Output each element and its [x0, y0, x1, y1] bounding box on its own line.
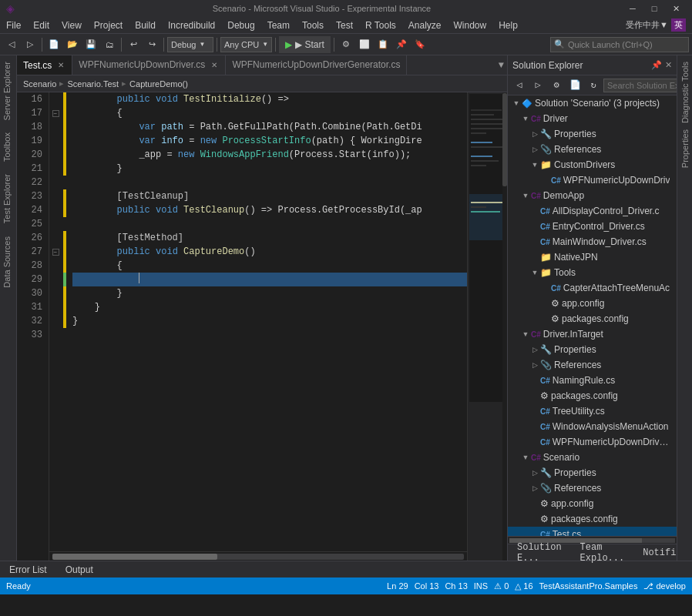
sol-close-icon[interactable]: ✕ [665, 60, 672, 70]
expand-driver[interactable]: ▼ [520, 115, 531, 122]
expand-customdrivers[interactable]: ▼ [529, 161, 540, 169]
tree-tools[interactable]: ▼ 📁 Tools [508, 265, 677, 280]
menu-incredibuild[interactable]: Incredibuild [162, 17, 221, 33]
tree-scenario[interactable]: ▼ C# Scenario [508, 450, 677, 465]
expand-driver-intarget[interactable]: ▼ [520, 330, 531, 338]
expand-demoapp[interactable]: ▼ [520, 192, 531, 199]
code-lines[interactable]: public void TestInitialize() => { var pa… [66, 92, 467, 551]
platform-dropdown[interactable]: Any CPU ▼ [220, 37, 272, 52]
menu-help[interactable]: Help [492, 17, 524, 33]
tree-testcs[interactable]: C# Test.cs [508, 527, 677, 536]
menu-test[interactable]: Test [330, 17, 359, 33]
expand-driver-props[interactable]: ▷ [529, 130, 540, 138]
toolbar-undo[interactable]: ↩ [125, 36, 142, 53]
tree-nativejpn[interactable]: 📁 NativeJPN [508, 249, 677, 265]
toolbar-back[interactable]: ◁ [3, 36, 20, 53]
debug-mode-dropdown[interactable]: Debug ▼ [167, 37, 213, 52]
toolbar-new[interactable]: 📄 [45, 36, 62, 53]
sidebar-server-explorer[interactable]: Server Explorer [0, 55, 16, 126]
sidebar-data-sources[interactable]: Data Sources [0, 230, 16, 294]
expand-tools[interactable]: ▼ [529, 269, 540, 276]
breadcrumb-part-2[interactable]: Scenario.Test [67, 79, 119, 89]
tab-wpf-gen[interactable]: WPFNumericUpDownDriverGenerator.cs [226, 55, 407, 75]
tree-driver-refs[interactable]: ▷ 📎 References [508, 142, 677, 157]
sol-back[interactable]: ◁ [511, 77, 528, 94]
menu-edit[interactable]: Edit [27, 17, 55, 33]
toolbar-open[interactable]: 📂 [64, 36, 81, 53]
menu-debug[interactable]: Debug [221, 17, 260, 33]
expand-solution[interactable]: ▼ [511, 99, 522, 107]
menu-team[interactable]: Team [261, 17, 296, 33]
breadcrumb-part-3[interactable]: CaptureDemo() [129, 79, 188, 89]
menu-rtools[interactable]: R Tools [359, 17, 402, 33]
tree-mainwindow[interactable]: C# MainWindow_Driver.cs [508, 234, 677, 249]
tree-driver[interactable]: ▼ C# Driver [508, 111, 677, 126]
sol-forward[interactable]: ▷ [529, 77, 546, 94]
tab-test-cs[interactable]: Test.cs ✕ [17, 55, 72, 75]
toolbar-misc4[interactable]: 📌 [393, 36, 410, 53]
toolbar-redo[interactable]: ↪ [143, 36, 160, 53]
sol-pin-icon[interactable]: 📌 [651, 60, 662, 70]
tree-driver-props[interactable]: ▷ 🔧 Properties [508, 126, 677, 142]
tree-scenario-packages[interactable]: ⚙ packages.config [508, 511, 677, 527]
tree-scenario-refs[interactable]: ▷ 📎 References [508, 480, 677, 496]
sidebar-toolbox[interactable]: Toolbox [0, 126, 16, 168]
toolbar-misc1[interactable]: ⚙ [338, 36, 354, 53]
toolbar-misc3[interactable]: 📋 [375, 36, 391, 53]
tree-packages-2[interactable]: ⚙ packages.config [508, 388, 677, 403]
expand-scenario[interactable]: ▼ [520, 454, 531, 461]
tree-entry[interactable]: C# EntryControl_Driver.cs [508, 219, 677, 234]
toolbar-misc5[interactable]: 🔖 [412, 36, 428, 53]
breadcrumb-part-1[interactable]: Scenario [23, 79, 56, 89]
sidebar-test-explorer[interactable]: Test Explorer [0, 168, 16, 229]
sol-refresh[interactable]: ↻ [585, 77, 602, 94]
menu-view[interactable]: View [55, 17, 88, 33]
tree-solution[interactable]: ▼ 🔷 Solution 'Scenario' (3 projects) [508, 95, 677, 111]
menu-file[interactable]: File [0, 17, 27, 33]
tree-demoapp[interactable]: ▼ C# DemoApp [508, 188, 677, 203]
diag-tools-tab[interactable]: Diagnostic Tools [679, 59, 691, 126]
error-list-tab[interactable]: Error List [0, 561, 56, 578]
menu-project[interactable]: Project [88, 17, 129, 33]
expand-16[interactable]: − [52, 110, 59, 117]
tree-wpf-numeric[interactable]: C# WPFNumericUpDownDriverC [508, 434, 677, 450]
menu-tools[interactable]: Tools [296, 17, 330, 33]
output-tab[interactable]: Output [56, 561, 102, 578]
tree-scenario-appconfig[interactable]: ⚙ app.config [508, 496, 677, 511]
tree-dit-refs[interactable]: ▷ 📎 References [508, 357, 677, 373]
tab-wpf-driver[interactable]: WPFNumericUpDownDriver.cs ✕ [72, 55, 226, 75]
menu-analyze[interactable]: Analyze [402, 17, 448, 33]
minimize-button[interactable]: ─ [623, 0, 643, 17]
tree-app-config-1[interactable]: ⚙ app.config [508, 296, 677, 311]
tree-view[interactable]: ▼ 🔷 Solution 'Scenario' (3 projects) ▼ C… [508, 95, 677, 536]
tree-scenario-props[interactable]: ▷ 🔧 Properties [508, 465, 677, 480]
menu-build[interactable]: Build [129, 17, 162, 33]
properties-tab[interactable]: Properties [679, 126, 691, 171]
toolbar-save[interactable]: 💾 [82, 36, 99, 53]
tree-wpf-driver-file[interactable]: C# WPFNumericUpDownDriv [508, 172, 677, 188]
sol-bottom-tab-1[interactable]: Solution E... [508, 544, 571, 561]
expand-27[interactable]: − [52, 249, 59, 256]
toolbar-misc2[interactable]: ⬜ [356, 36, 373, 53]
sol-properties[interactable]: ⚙ [548, 77, 565, 94]
sol-bottom-tab-2[interactable]: Team Explo... [571, 544, 634, 561]
tree-dit-props[interactable]: ▷ 🔧 Properties [508, 342, 677, 357]
tab-overflow[interactable]: ▼ [495, 60, 507, 71]
tree-naming[interactable]: C# NamingRule.cs [508, 373, 677, 388]
toolbar-save-all[interactable]: 🗂 [101, 36, 118, 53]
start-button[interactable]: ▶ ▶ Start [279, 36, 331, 53]
tree-treeutility[interactable]: C# TreeUtility.cs [508, 403, 677, 419]
tab-wpf-driver-close[interactable]: ✕ [210, 60, 219, 70]
tree-driver-intarget[interactable]: ▼ C# Driver.InTarget [508, 326, 677, 342]
maximize-button[interactable]: □ [644, 0, 664, 17]
close-button[interactable]: ✕ [666, 0, 686, 17]
menu-window[interactable]: Window [448, 17, 493, 33]
tree-customdrivers[interactable]: ▼ 📁 CustomDrivers [508, 157, 677, 172]
expand-driver-refs[interactable]: ▷ [529, 146, 540, 153]
h-scrollbar[interactable] [49, 551, 467, 561]
toolbar-forward[interactable]: ▷ [22, 36, 39, 53]
tab-test-cs-close[interactable]: ✕ [56, 60, 66, 70]
code-editor[interactable]: 16 17 18 19 20 21 22 23 24 25 26 27 28 2… [17, 92, 507, 561]
tree-capter[interactable]: C# CapterAttachTreeMenuAc [508, 280, 677, 296]
tree-packages-1[interactable]: ⚙ packages.config [508, 311, 677, 326]
